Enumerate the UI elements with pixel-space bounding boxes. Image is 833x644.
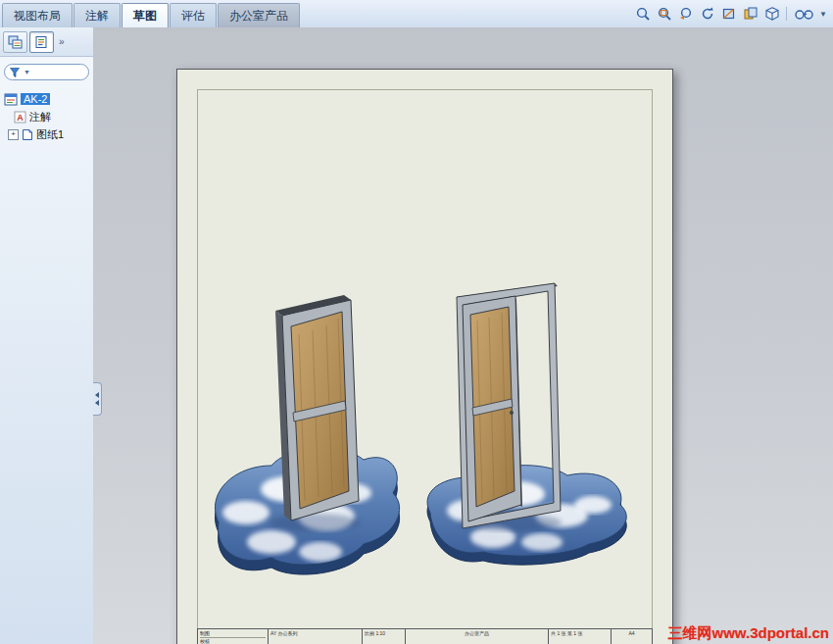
tree-item-label: 注解 — [29, 110, 51, 124]
feature-tree-tab[interactable] — [3, 31, 27, 53]
tab-office-products[interactable]: 办公室产品 — [218, 3, 300, 27]
display-style-icon[interactable] — [763, 6, 780, 23]
title-block-sheets: 共 1 张 第 1 张 — [549, 629, 612, 644]
tree-filter-input[interactable]: ▼ — [4, 64, 89, 80]
tab-view-layout[interactable]: 视图布局 — [2, 3, 73, 27]
feature-tree-icon — [8, 35, 23, 49]
feature-manager-panel: » ▼ AK-2 A 注解 + 图纸1 — [0, 27, 94, 644]
title-block-size: A4 — [612, 629, 652, 644]
title-block-scale: 比例 1:10 — [363, 629, 406, 644]
feature-tree: AK-2 A 注解 + 图纸1 — [0, 84, 93, 143]
more-tabs-chevron-icon[interactable]: » — [59, 36, 65, 47]
sheet-icon — [22, 128, 33, 141]
collapse-arrow-icon — [95, 392, 99, 398]
filter-funnel-icon — [10, 68, 20, 77]
zoom-previous-icon[interactable] — [677, 6, 694, 23]
door-handle — [510, 411, 514, 415]
rotate-view-icon[interactable] — [699, 6, 715, 23]
tab-annotation[interactable]: 注解 — [74, 3, 121, 27]
tree-item-label: 图纸1 — [36, 127, 64, 142]
title-block: 制图 校核 审核 AY 办公系列 比例 1:10 办公室产品 共 1 张 第 1… — [197, 628, 653, 644]
title-block-title: 办公室产品 — [406, 629, 549, 644]
section-view-icon[interactable] — [720, 6, 737, 23]
filter-dropdown-caret[interactable]: ▼ — [24, 69, 30, 75]
property-manager-icon — [34, 35, 49, 49]
property-manager-tab[interactable] — [29, 31, 54, 53]
title-block-series: AY 办公系列 — [269, 629, 363, 644]
tree-item-annotations[interactable]: A 注解 — [2, 108, 91, 125]
door-view-closed — [275, 295, 359, 520]
tree-item-drawing-root[interactable]: AK-2 — [2, 90, 91, 108]
door-isometric-views — [177, 70, 672, 644]
tree-item-label: AK-2 — [21, 93, 50, 105]
drawing-sheet: 制图 校核 审核 AY 办公系列 比例 1:10 办公室产品 共 1 张 第 1… — [176, 69, 673, 644]
watermark-text: 三维网www.3dportal.cn — [668, 624, 829, 643]
title-block-signatures: 制图 校核 审核 — [198, 629, 269, 644]
panel-tab-strip: » — [0, 27, 93, 57]
tree-item-sheet1[interactable]: + 图纸1 — [2, 125, 91, 143]
ribbon-bar: 视图布局 注解 草图 评估 办公室产品 ▼ — [0, 0, 833, 28]
panel-collapse-handle[interactable] — [93, 382, 102, 416]
view-toolbar: ▼ — [634, 5, 827, 23]
collapse-arrow-icon — [95, 400, 99, 406]
view-orientation-icon[interactable] — [742, 6, 759, 23]
zoom-to-fit-icon[interactable] — [634, 6, 651, 23]
zoom-to-area-icon[interactable] — [656, 6, 672, 23]
tab-evaluate[interactable]: 评估 — [170, 3, 217, 27]
hide-show-items-icon[interactable] — [793, 6, 816, 23]
tab-sketch[interactable]: 草图 — [122, 3, 169, 27]
drawing-document-icon — [4, 93, 18, 106]
hide-show-items-dropdown[interactable]: ▼ — [819, 10, 827, 19]
svg-text:A: A — [17, 113, 24, 123]
graphics-viewport[interactable]: 制图 校核 审核 AY 办公系列 比例 1:10 办公室产品 共 1 张 第 1… — [93, 27, 833, 644]
toolbar-separator — [786, 7, 787, 21]
expand-plus-icon[interactable]: + — [8, 129, 19, 140]
ribbon-tabs: 视图布局 注解 草图 评估 办公室产品 — [2, 3, 301, 27]
annotation-icon: A — [14, 111, 26, 124]
